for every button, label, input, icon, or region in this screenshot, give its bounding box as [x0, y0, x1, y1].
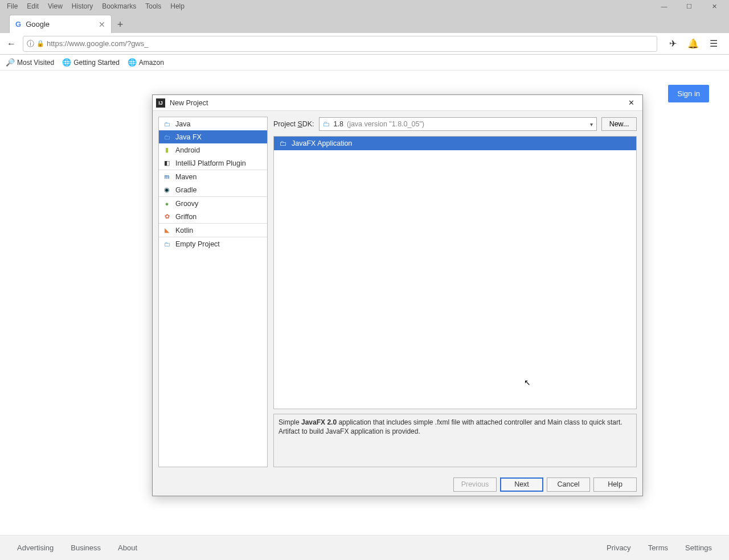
help-button[interactable]: Help — [593, 477, 637, 492]
folder-icon: 🗀 — [280, 139, 287, 147]
new-tab-button[interactable]: + — [112, 16, 129, 33]
menubar: File Edit View History Bookmarks Tools H… — [0, 0, 729, 13]
bookmarks-bar: 🔎Most Visited 🌐Getting Started 🌐Amazon — [0, 55, 729, 71]
footer-privacy[interactable]: Privacy — [607, 543, 631, 552]
google-footer: Advertising Business About Privacy Terms… — [0, 535, 729, 560]
category-javafx[interactable]: 🗀Java FX — [159, 130, 267, 143]
bookmark-label: Most Visited — [17, 59, 54, 67]
dialog-close-button[interactable]: ✕ — [623, 96, 639, 110]
sdk-detail: (java version "1.8.0_05") — [347, 120, 424, 128]
info-icon[interactable]: ⓘ — [27, 39, 34, 49]
bookmark-amazon[interactable]: 🌐Amazon — [128, 58, 164, 67]
bookmark-most-visited[interactable]: 🔎Most Visited — [6, 58, 54, 67]
menu-view[interactable]: View — [44, 1, 66, 11]
category-label: IntelliJ Platform Plugin — [175, 159, 246, 167]
cancel-button[interactable]: Cancel — [547, 477, 590, 492]
folder-icon: 🗀 — [162, 120, 171, 129]
maximize-button[interactable]: ☐ — [677, 0, 702, 13]
window-controls: — ☐ ✕ — [652, 0, 727, 13]
previous-button: Previous — [453, 477, 497, 492]
category-intellij-plugin[interactable]: ◧IntelliJ Platform Plugin — [159, 157, 267, 170]
browser-window: File Edit View History Bookmarks Tools H… — [0, 0, 729, 560]
maven-icon: m — [162, 172, 171, 182]
bookmark-getting-started[interactable]: 🌐Getting Started — [62, 58, 120, 67]
description-bold: JavaFX 2.0 — [301, 418, 337, 426]
category-groovy[interactable]: ●Groovy — [159, 197, 267, 210]
plugin-icon: ◧ — [162, 159, 171, 168]
menu-tools[interactable]: Tools — [142, 1, 165, 11]
url-text: https://www.google.com/?gws_ — [47, 39, 148, 48]
menu-hamburger-icon[interactable]: ☰ — [706, 36, 721, 51]
description-text: Simple — [279, 418, 301, 426]
category-label: Gradle — [175, 186, 197, 194]
menu-edit[interactable]: Edit — [23, 1, 42, 11]
category-griffon[interactable]: ✿Griffon — [159, 210, 267, 223]
folder-icon: 🗀 — [162, 133, 171, 142]
next-button[interactable]: Next — [500, 477, 543, 492]
footer-advertising[interactable]: Advertising — [17, 543, 54, 552]
category-java[interactable]: 🗀Java — [159, 117, 267, 130]
category-label: Android — [175, 146, 200, 154]
close-window-button[interactable]: ✕ — [702, 0, 727, 13]
bell-icon[interactable]: 🔔 — [686, 36, 701, 51]
category-label: Kotlin — [175, 227, 193, 234]
toolbar-right-icons: ✈ 🔔 ☰ — [661, 36, 726, 51]
bookmark-icon: 🔎 — [6, 58, 15, 67]
sdk-dropdown[interactable]: 🗀 1.8 (java version "1.8.0_05") ▾ — [319, 117, 597, 131]
category-label: Empty Project — [175, 240, 220, 248]
footer-business[interactable]: Business — [71, 543, 101, 552]
template-list[interactable]: 🗀 JavaFX Application — [273, 136, 637, 409]
template-label: JavaFX Application — [292, 139, 352, 147]
dialog-titlebar[interactable]: IJ New Project ✕ — [153, 95, 642, 111]
globe-icon: 🌐 — [128, 58, 137, 67]
kotlin-icon: ◣ — [162, 226, 171, 235]
browser-tab[interactable]: G Google ✕ — [9, 15, 112, 33]
bookmark-label: Amazon — [139, 59, 164, 67]
tabbar: G Google ✕ + — [0, 13, 729, 33]
tab-title: Google — [26, 20, 50, 28]
footer-settings[interactable]: Settings — [685, 543, 712, 552]
footer-terms[interactable]: Terms — [648, 543, 668, 552]
new-sdk-button[interactable]: New... — [601, 117, 637, 131]
new-project-dialog: IJ New Project ✕ 🗀Java 🗀Java FX ▮Android… — [152, 94, 643, 496]
sdk-row: Project SDK: 🗀 1.8 (java version "1.8.0_… — [273, 117, 637, 131]
sdk-value: 1.8 — [334, 120, 343, 128]
category-kotlin[interactable]: ◣Kotlin — [159, 224, 267, 237]
tab-close-icon[interactable]: ✕ — [99, 20, 105, 29]
category-gradle[interactable]: ◉Gradle — [159, 183, 267, 196]
signin-button[interactable]: Sign in — [668, 85, 709, 102]
navbar: ← ⓘ 🔒 https://www.google.com/?gws_ ✈ 🔔 ☰ — [0, 33, 729, 55]
category-label: Java FX — [175, 133, 202, 141]
lock-icon: 🔒 — [36, 40, 44, 47]
sdk-label: Project SDK: — [273, 120, 314, 128]
template-javafx-application[interactable]: 🗀 JavaFX Application — [274, 137, 636, 150]
bookmark-label: Getting Started — [73, 59, 120, 67]
google-favicon-icon: G — [15, 20, 21, 28]
dialog-buttons: Previous Next Cancel Help — [153, 473, 642, 496]
urlbar[interactable]: ⓘ 🔒 https://www.google.com/?gws_ — [23, 36, 657, 52]
footer-about[interactable]: About — [118, 543, 137, 552]
folder-icon: 🗀 — [323, 120, 330, 128]
dialog-title: New Project — [170, 99, 208, 107]
category-maven[interactable]: mMaven — [159, 170, 267, 183]
android-icon: ▮ — [162, 146, 171, 155]
intellij-icon: IJ — [156, 98, 165, 108]
gradle-icon: ◉ — [162, 186, 171, 195]
category-label: Maven — [175, 173, 197, 181]
category-label: Java — [175, 120, 190, 128]
category-label: Griffon — [175, 213, 196, 221]
menu-bookmarks[interactable]: Bookmarks — [99, 1, 140, 11]
page-body: Sign in IJ IJ New Project ✕ 🗀Java 🗀Java … — [0, 71, 729, 560]
menu-file[interactable]: File — [3, 1, 21, 11]
category-android[interactable]: ▮Android — [159, 143, 267, 157]
globe-icon: 🌐 — [62, 58, 71, 67]
dialog-body: 🗀Java 🗀Java FX ▮Android ◧IntelliJ Platfo… — [153, 111, 642, 473]
menu-history[interactable]: History — [68, 1, 96, 11]
right-panel: Project SDK: 🗀 1.8 (java version "1.8.0_… — [273, 117, 637, 467]
menu-help[interactable]: Help — [167, 1, 188, 11]
category-empty-project[interactable]: 🗀Empty Project — [159, 237, 267, 250]
back-button[interactable]: ← — [3, 36, 19, 52]
griffon-icon: ✿ — [162, 212, 171, 221]
minimize-button[interactable]: — — [652, 0, 677, 13]
send-icon[interactable]: ✈ — [665, 36, 680, 51]
